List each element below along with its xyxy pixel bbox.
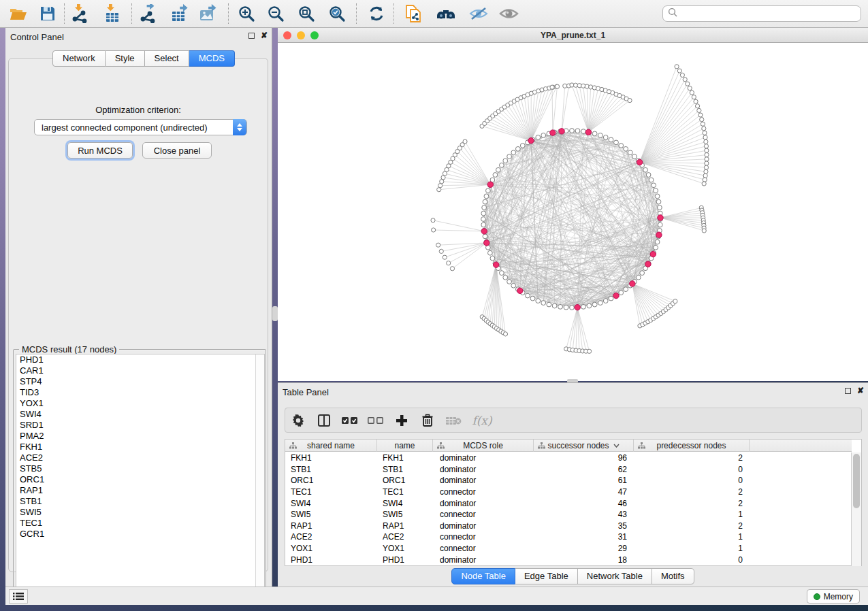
mcds-result-item[interactable]: ORC1 — [16, 474, 264, 485]
table-scrollbar-thumb[interactable] — [853, 454, 860, 508]
table-settings-icon[interactable] — [285, 410, 311, 431]
optimization-criterion-label: Optimization criterion: — [9, 105, 268, 115]
hide-selected-icon[interactable] — [467, 2, 490, 25]
column-header-name[interactable]: name — [377, 440, 433, 452]
table-scrollbar[interactable] — [851, 452, 861, 566]
deselect-all-icon[interactable] — [363, 410, 389, 431]
cell-mcds_role: dominator — [433, 499, 534, 508]
cell-shared_name: SWI5 — [285, 510, 377, 519]
mcds-result-item[interactable]: RAP1 — [16, 485, 264, 496]
mcds-result-item[interactable]: STP4 — [16, 376, 264, 387]
mcds-result-item[interactable]: PMA2 — [16, 431, 264, 442]
mcds-result-item[interactable]: SRD1 — [16, 420, 264, 431]
tab-network-table[interactable]: Network Table — [578, 568, 652, 584]
mcds-result-item[interactable]: ACE2 — [16, 452, 264, 463]
delete-row-icon[interactable] — [415, 410, 440, 431]
table-row[interactable]: ORC1ORC1dominator610 — [285, 475, 852, 486]
tab-network[interactable]: Network — [52, 50, 106, 67]
export-network-icon[interactable] — [137, 2, 160, 25]
mcds-result-item[interactable]: STB1 — [16, 496, 264, 507]
table-row[interactable]: RAP1RAP1dominator352 — [285, 521, 852, 532]
close-table-panel-icon[interactable]: ✘ — [857, 387, 864, 394]
save-session-icon[interactable] — [36, 2, 59, 25]
cell-successor_nodes: 31 — [534, 532, 634, 542]
tab-motifs[interactable]: Motifs — [652, 568, 694, 584]
tab-mcds[interactable]: MCDS — [189, 50, 235, 67]
mcds-result-item[interactable]: TEC1 — [16, 518, 264, 529]
export-table-icon[interactable] — [169, 2, 192, 25]
criterion-dropdown[interactable]: largest connected component (undirected) — [34, 119, 247, 135]
control-panel-title: Control Panel — [5, 28, 272, 46]
mcds-result-item[interactable]: SWI4 — [16, 409, 264, 420]
export-image-icon[interactable] — [197, 2, 221, 25]
mcds-result-list[interactable]: PHD1CAR1STP4TID3YOX1SWI4SRD1PMA2FKH1ACE2… — [16, 354, 265, 599]
tab-edge-table[interactable]: Edge Table — [515, 568, 578, 584]
cell-shared_name: SWI4 — [285, 499, 377, 508]
zoom-selected-icon[interactable] — [325, 2, 349, 25]
add-row-icon[interactable] — [389, 410, 415, 431]
column-header-predecessor-nodes[interactable]: predecessor nodes — [634, 440, 750, 452]
cell-name: ORC1 — [377, 476, 433, 485]
status-bar: Memory — [5, 587, 868, 605]
zoom-out-icon[interactable] — [264, 2, 287, 25]
close-panel-icon[interactable]: ✘ — [261, 32, 268, 39]
task-history-button[interactable] — [9, 589, 28, 604]
clone-network-icon[interactable] — [402, 2, 425, 25]
table-row[interactable]: SWI4SWI4dominator462 — [285, 497, 852, 509]
network-canvas[interactable] — [278, 43, 868, 381]
mcds-result-item[interactable]: GCR1 — [16, 529, 264, 540]
close-panel-button[interactable]: Close panel — [142, 142, 212, 159]
toolbar-separator — [393, 3, 394, 24]
table-row[interactable]: ACE2ACE2connector311 — [285, 531, 852, 543]
open-file-icon[interactable] — [7, 2, 30, 25]
table-row[interactable]: STB1STB1dominator620 — [285, 464, 852, 476]
mcds-result-item[interactable]: PHD1 — [16, 354, 264, 365]
mcds-result-item[interactable]: FKH1 — [16, 442, 264, 452]
refresh-icon[interactable] — [365, 2, 388, 25]
show-columns-icon[interactable] — [311, 410, 337, 431]
search-icon — [668, 7, 677, 20]
run-mcds-button[interactable]: Run MCDS — [67, 142, 133, 159]
table-row[interactable]: SWI5SWI5connector431 — [285, 509, 852, 521]
zoom-in-icon[interactable] — [235, 2, 258, 25]
mcds-result-item[interactable]: TID3 — [16, 387, 264, 398]
table-row[interactable]: FKH1FKH1dominator962 — [285, 452, 852, 464]
fx-label: f(x) — [472, 414, 492, 427]
import-network-icon[interactable] — [69, 2, 92, 25]
table-row[interactable]: TEC1TEC1connector472 — [285, 486, 852, 498]
float-panel-icon[interactable] — [248, 33, 255, 39]
select-all-icon[interactable] — [337, 410, 363, 431]
first-neighbors-icon[interactable] — [434, 2, 457, 25]
column-header-MCDS-role[interactable]: MCDS role — [433, 440, 534, 452]
tab-select[interactable]: Select — [145, 50, 189, 67]
float-table-panel-icon[interactable] — [845, 388, 851, 394]
node-table-header: shared namenameMCDS rolesuccessor nodesp… — [285, 440, 852, 452]
search-input[interactable] — [677, 9, 861, 18]
import-table-icon[interactable] — [101, 2, 124, 25]
zoom-fit-icon[interactable] — [295, 2, 318, 25]
mcds-result-item[interactable]: SWI5 — [16, 507, 264, 518]
cell-name: ACE2 — [377, 532, 433, 542]
cell-name: TEC1 — [377, 487, 433, 497]
search-field[interactable] — [662, 5, 861, 22]
column-header-successor-nodes[interactable]: successor nodes — [534, 440, 634, 452]
memory-button[interactable]: Memory — [807, 589, 860, 604]
result-list-scrollbar[interactable] — [255, 354, 264, 598]
node-table-body: FKH1FKH1dominator962STB1STB1dominator620… — [285, 452, 852, 566]
cell-name: SWI5 — [377, 510, 433, 519]
cell-successor_nodes: 62 — [534, 465, 634, 474]
show-all-icon[interactable] — [497, 2, 520, 25]
mcds-result-item[interactable]: CAR1 — [16, 365, 264, 376]
memory-status-dot — [814, 593, 820, 600]
network-window-titlebar[interactable]: YPA_prune.txt_1 — [278, 28, 868, 43]
tab-node-table[interactable]: Node Table — [451, 568, 515, 584]
table-row[interactable]: PHD1PHD1dominator180 — [285, 554, 852, 565]
column-header-shared-name[interactable]: shared name — [285, 440, 377, 452]
column-header-filler — [750, 440, 852, 452]
mcds-result-item[interactable]: YOX1 — [16, 398, 264, 409]
table-panel: Table Panel ✘ — [278, 382, 868, 587]
mcds-result-item[interactable]: STB5 — [16, 463, 264, 474]
vertical-splitter-handle[interactable] — [272, 306, 278, 321]
tab-style[interactable]: Style — [106, 50, 145, 67]
table-row[interactable]: YOX1YOX1connector291 — [285, 543, 852, 555]
